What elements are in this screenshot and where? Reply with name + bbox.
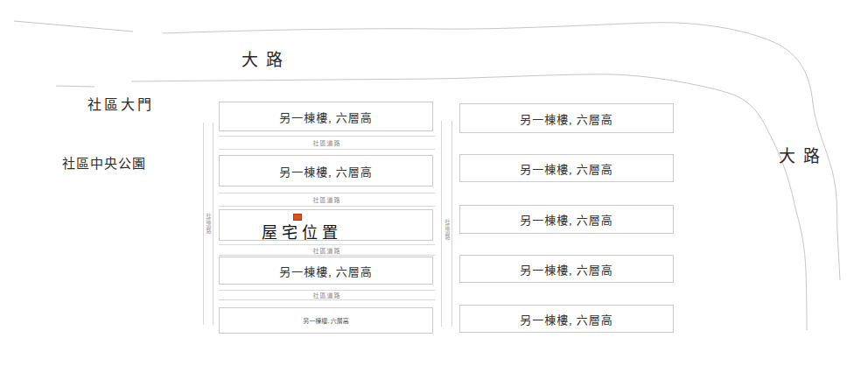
building-box-right-1: 另一棟樓, 六層高 xyxy=(459,103,674,133)
house-location-label: 屋宅位置 xyxy=(262,220,342,243)
building-box-left-4: 另一棟樓, 六層高 xyxy=(219,307,433,334)
central-park-label: 社區中央公園 xyxy=(62,153,146,172)
vertical-road-left-label: 社區道路 xyxy=(205,212,213,235)
community-road-row-4: 社區道路 xyxy=(219,290,435,300)
building-box-right-2: 另一棟樓, 六層高 xyxy=(459,154,674,182)
building-box-right-3: 另一棟樓, 六層高 xyxy=(459,205,674,234)
house-location-box: 屋宅位置 xyxy=(219,209,433,241)
building-box-left-1: 另一棟樓, 六層高 xyxy=(219,102,433,131)
community-road-row-2: 社區道路 xyxy=(219,193,435,207)
building-box-left-2: 另一棟樓, 六層高 xyxy=(219,155,433,186)
vertical-road-middle-label: 社區道路 xyxy=(444,218,452,241)
main-road-right-label: 大路 xyxy=(779,143,828,166)
main-road-curves xyxy=(0,0,868,380)
building-box-left-3: 另一棟樓, 六層高 xyxy=(219,257,433,285)
building-box-right-5: 另一棟樓, 六層高 xyxy=(459,305,674,333)
building-box-right-4: 另一棟樓, 六層高 xyxy=(459,255,674,283)
main-road-top-label: 大路 xyxy=(242,46,290,70)
vertical-road-middle-line-2 xyxy=(452,121,452,327)
vertical-road-middle-line-1 xyxy=(441,121,442,327)
vertical-road-left-line-1 xyxy=(203,123,204,325)
vertical-road-left-line-2 xyxy=(213,123,214,325)
community-gate-label: 社區大門 xyxy=(88,93,154,114)
community-road-row-3: 社區道路 xyxy=(219,244,435,256)
community-road-row-1: 社區道路 xyxy=(219,136,435,150)
main-road-outer-line-segment xyxy=(14,21,133,32)
main-road-inner-line-segment xyxy=(56,86,94,87)
community-map: 大路 社區大門 社區中央公園 大路 社區道路 社區道路 另一棟樓, 六層高 社區… xyxy=(0,0,868,380)
